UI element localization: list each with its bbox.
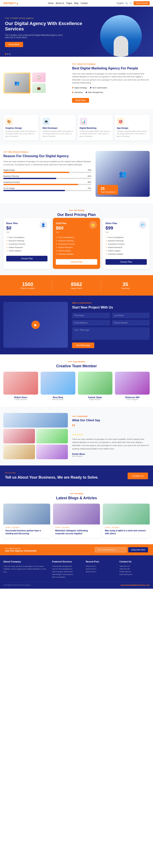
- feature-gold-1: Business Planning: [56, 239, 97, 242]
- header-lang[interactable]: English: [117, 2, 124, 4]
- hero-dot-1[interactable]: [5, 53, 6, 55]
- progress-label-2: Investment Process 85%: [3, 181, 91, 183]
- footer-bottom: © All Rights Reserved Ortncy agency www.…: [3, 582, 150, 586]
- service-card-3: 🎯 App Design Contrary to popular belief …: [115, 115, 150, 141]
- footer-service-3[interactable]: Web Design & Development: [52, 573, 82, 576]
- hero-cta-button[interactable]: Know More: [5, 42, 23, 47]
- nav-pages[interactable]: Pages: [66, 2, 72, 4]
- stat-projects-number: 1500: [5, 281, 50, 287]
- footer-service-1[interactable]: Pay Per Click Management: [52, 568, 82, 570]
- choose-plan-gold-button[interactable]: Choose Plan: [56, 259, 97, 265]
- email-input[interactable]: [72, 320, 110, 326]
- feature-gold-4: Online Support: [56, 249, 97, 252]
- nav-blog[interactable]: Blog: [74, 2, 78, 4]
- progress-item-3: UI UX Design 70%: [3, 187, 91, 191]
- footer-recent-2[interactable]: Recent Post 3: [86, 570, 116, 573]
- subscribe-button[interactable]: Subscribe Now: [128, 547, 148, 552]
- blog-post-2: 15 Nov | By Editor Man using a tablet to…: [103, 504, 150, 538]
- footer-service-4[interactable]: SEO Consultation: [52, 576, 82, 579]
- testimonial-role: Web Designer: [72, 455, 150, 457]
- header-cart-icon[interactable]: 🛒: [129, 2, 132, 4]
- team-name-0: Robert Sions: [3, 396, 38, 399]
- blog-image-0: [3, 504, 50, 524]
- hero-dot-2[interactable]: [7, 53, 8, 55]
- footer-service-2[interactable]: Search Engine Optimization: [52, 570, 82, 573]
- blog-post-0: 26 Dec | By Editor Successful business p…: [3, 504, 50, 538]
- nav-home[interactable]: Home: [48, 2, 54, 4]
- progress-bar-3: [3, 190, 91, 191]
- progress-bar-2: [3, 184, 91, 185]
- team-photo-0: [3, 372, 38, 395]
- pricing-card-gold: ⭐ Gold Plan $60 /mo Free Consultations B…: [53, 218, 100, 269]
- phone-input[interactable]: [112, 320, 150, 326]
- blog-title-2: Man using a tablet to a work and connect…: [105, 529, 148, 535]
- footer-website: www.DownloadNewThemes.com: [120, 584, 150, 586]
- feature-basic-0: Free Consultations: [6, 236, 47, 239]
- about-read-more-button[interactable]: Read More: [72, 98, 89, 103]
- footer-service-0[interactable]: Social Media Management: [52, 565, 82, 568]
- send-message-button[interactable]: Send Message: [72, 342, 94, 348]
- team-section: Team Member Creative Team Member Robert …: [0, 354, 153, 407]
- footer-phone-2[interactable]: +888 000-456: [119, 568, 150, 570]
- feature-3: Marketing: [72, 91, 82, 93]
- feature-dot-3: [72, 92, 73, 93]
- hero-content: Your Trusted Ortncy Agency Our Digital A…: [5, 15, 94, 51]
- team-photo-3: [115, 372, 150, 395]
- about-text: There are many variations of passages of…: [72, 72, 150, 85]
- footer-grid: About Company There are many variations …: [3, 560, 150, 579]
- footer-copyright: © All Rights Reserved Ortncy agency: [3, 584, 31, 586]
- why-text: There are many variations of passages of…: [3, 160, 91, 166]
- feature-dot-4: [86, 92, 87, 93]
- blog-title-1: Motivated colleagues celebrating corpora…: [55, 529, 98, 535]
- nav-about[interactable]: About Us: [55, 2, 64, 4]
- footer-recent-0[interactable]: Recent Post 1: [86, 565, 116, 568]
- blog-image-2: [103, 504, 150, 524]
- first-name-input[interactable]: [72, 313, 110, 318]
- footer-email[interactable]: info@email.com: [119, 570, 150, 573]
- service-title-3: App Design: [117, 127, 148, 129]
- pricing-section: Our Pricing Our Best Pricing Plan 👤 Basi…: [0, 203, 153, 275]
- blog-meta-2: 15 Nov | By Editor: [105, 527, 148, 528]
- contact-title: Start New Project With Us: [72, 306, 150, 309]
- footer-phone-1[interactable]: +888 000-124: [119, 565, 150, 568]
- blog-grid: 26 Dec | By Editor Successful business p…: [3, 504, 150, 538]
- contact-tag: Make an Appointment: [72, 302, 150, 304]
- choose-plan-silver-button[interactable]: Choose Plan: [106, 259, 147, 265]
- progress-bar-1: [3, 178, 91, 179]
- free-consult-button[interactable]: Free Consult: [133, 1, 150, 5]
- blog-body-1: 09 Dec | By Editor Motivated colleagues …: [53, 524, 100, 538]
- team-member-3: Dickerson NHI UI/UX Designer: [115, 372, 150, 400]
- cta-label: We Are Here: [5, 472, 99, 474]
- service-title-0: Graphics Design: [5, 127, 36, 129]
- why-title: Reason For Choosing Our Digital Agency: [3, 154, 91, 158]
- about-small-images: 📋 💼: [32, 72, 46, 93]
- header-search-icon[interactable]: 🔍: [125, 2, 128, 4]
- about-images: 👥 📋 💼: [3, 72, 68, 93]
- progress-fill-3: [3, 190, 65, 191]
- pricing-features-gold: Free Consultations Business Planning Inv…: [56, 236, 97, 256]
- last-name-input[interactable]: [112, 313, 150, 318]
- message-textarea[interactable]: [72, 327, 150, 340]
- about-main-image: 👥: [3, 72, 30, 93]
- hero-dot-3[interactable]: [9, 53, 10, 55]
- feature-basic-4: Online Support: [6, 249, 47, 252]
- service-title-1: Web Developer: [42, 127, 73, 129]
- cta-section: We Are Here Tell us About Your Business,…: [0, 465, 153, 486]
- contact-team-image: ▶: [3, 302, 68, 348]
- choose-plan-basic-button[interactable]: Choose Plan: [6, 256, 47, 261]
- footer-email-input[interactable]: [95, 547, 126, 552]
- feature-silver-0: Free Consultations: [106, 236, 147, 239]
- feature-4: Web Management: [86, 91, 103, 93]
- nav-contact[interactable]: Contact: [81, 2, 88, 4]
- team-role-3: UI/UX Designer: [115, 399, 150, 400]
- footer-cta-text: Join Our Agency Community: [5, 550, 36, 552]
- about-label: About Our Company: [72, 63, 150, 65]
- play-button[interactable]: ▶: [31, 320, 40, 329]
- footer-website-link[interactable]: www.ortency.com: [119, 573, 150, 576]
- footer-recent-1[interactable]: Recent Post 2: [86, 568, 116, 570]
- progress-label-1: Business Planning 60%: [3, 175, 91, 177]
- cta-contact-button[interactable]: Contact Us: [127, 472, 148, 479]
- team-role-2: Digital Marketer: [78, 399, 113, 400]
- feature-gold-5: Unlimited Updates: [56, 252, 97, 256]
- footer-contact-title: Contact Us: [119, 560, 150, 563]
